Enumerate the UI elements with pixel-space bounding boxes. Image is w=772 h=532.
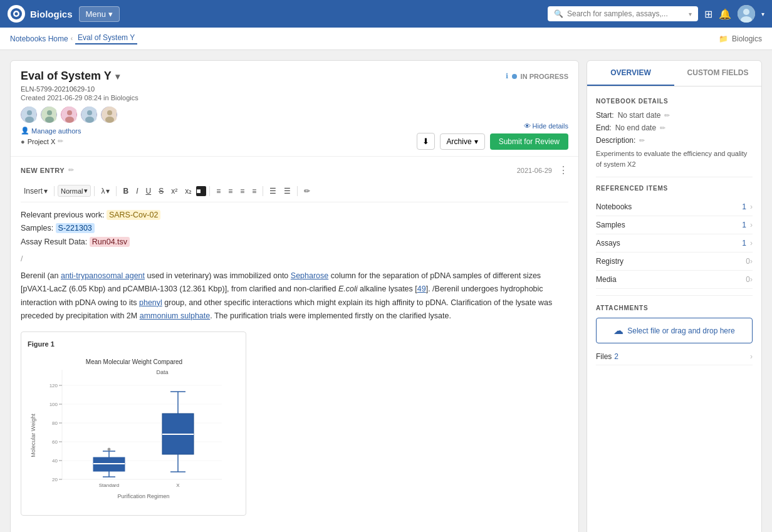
project-tag: ● Project X ✏: [21, 137, 117, 145]
notification-icon[interactable]: 🔔: [719, 8, 731, 20]
entry-more-icon[interactable]: ⋮: [558, 164, 568, 176]
right-tabs: OVERVIEW CUSTOM FIELDS: [587, 61, 761, 86]
underline-button[interactable]: U: [142, 185, 154, 197]
title-dropdown-icon[interactable]: ▾: [115, 71, 120, 81]
breadcrumb-home-link[interactable]: Notebooks Home: [10, 34, 68, 43]
tab-overview[interactable]: OVERVIEW: [587, 61, 674, 86]
ref-row-samples[interactable]: Samples 1 ›: [596, 216, 753, 234]
ref-row-registry[interactable]: Registry 0 ›: [596, 253, 753, 271]
svg-point-16: [87, 110, 92, 115]
archive-button[interactable]: Archive ▾: [440, 133, 485, 150]
search-bar[interactable]: 🔍 ▾: [548, 6, 698, 21]
slash-marker: /: [21, 253, 568, 266]
samples-line: Samples: S-221303: [21, 222, 568, 235]
breadcrumb: Notebooks Home ‹ Eval of System Y 📁 Biol…: [0, 28, 772, 50]
svg-point-8: [25, 117, 34, 123]
app-name: Biologics: [30, 9, 73, 19]
eln-id: ELN-5799-20210629-10: [21, 85, 568, 93]
unordered-list-button[interactable]: ☰: [281, 185, 294, 197]
ref-row-media[interactable]: Media 0 ›: [596, 271, 753, 289]
grid-icon[interactable]: ⊞: [704, 8, 712, 20]
svg-point-19: [107, 110, 112, 115]
insert-chevron-icon: ▾: [44, 187, 48, 196]
tab-custom-fields[interactable]: CUSTOM FIELDS: [674, 61, 761, 86]
svg-text:Purification Regimen: Purification Regimen: [117, 493, 169, 499]
bold-button[interactable]: B: [120, 185, 132, 197]
relevant-work-line: Relevant previous work: SARS-Cov-02: [21, 209, 568, 222]
submit-review-button[interactable]: Submit for Review: [490, 133, 568, 150]
user-avatar[interactable]: [738, 5, 755, 23]
search-input[interactable]: [567, 9, 685, 18]
divider-1: [596, 177, 753, 177]
status-badge: ℹ IN PROGRESS: [506, 72, 568, 80]
entry-edit-icon[interactable]: ✏: [68, 166, 74, 174]
format-toolbar: Insert ▾ Normal ▾ λ ▾ B I U S x²: [21, 181, 568, 202]
color-button[interactable]: ■: [196, 186, 206, 196]
logo: Biologics: [8, 5, 73, 23]
referenced-items-section: REFERENCED ITEMS Notebooks 1 › Samples 1…: [596, 185, 753, 289]
description-text: Experiments to evaluate the efficiency a…: [596, 149, 753, 169]
align-left-button[interactable]: ≡: [213, 185, 224, 197]
upload-area[interactable]: ☁ Select file or drag and drop here: [596, 318, 753, 343]
author-avatar-1: [21, 107, 37, 123]
samples-tag: S-221303: [56, 223, 95, 233]
svg-text:Molecular Weight: Molecular Weight: [30, 414, 36, 457]
strikethrough-button[interactable]: S: [155, 185, 167, 197]
notebook-left-info: 👤 Manage authors ● Project X ✏: [21, 107, 117, 145]
end-edit-icon[interactable]: ✏: [660, 124, 665, 132]
highlight-button[interactable]: ✏: [301, 185, 313, 197]
ref-49-link[interactable]: 49: [417, 284, 426, 293]
download-button[interactable]: ⬇: [417, 133, 435, 150]
start-edit-icon[interactable]: ✏: [664, 112, 670, 120]
phenyl-link[interactable]: phenyl: [139, 298, 162, 307]
info-icon: ℹ: [506, 72, 508, 80]
eye-icon: 👁: [524, 122, 531, 130]
subscript-button[interactable]: x₂: [182, 185, 195, 197]
nav-icons: ⊞ 🔔 ▾: [704, 5, 764, 23]
files-row[interactable]: Files 2 ›: [596, 348, 753, 365]
ordered-list-button[interactable]: ☰: [266, 185, 279, 197]
ref-row-notebooks[interactable]: Notebooks 1 ›: [596, 198, 753, 216]
anti-trypanosomal-link[interactable]: anti-trypanosomal agent: [61, 271, 145, 280]
author-avatar-4: [81, 107, 97, 123]
align-center-button[interactable]: ≡: [225, 185, 236, 197]
description-edit-icon[interactable]: ✏: [639, 137, 645, 145]
hide-details-link[interactable]: 👁 Hide details: [524, 122, 568, 130]
assay-line: Assay Result Data: Run04.tsv: [21, 236, 568, 249]
relevant-work-tag: SARS-Cov-02: [107, 210, 161, 220]
superscript-button[interactable]: x²: [168, 185, 180, 197]
svg-text:100: 100: [50, 402, 58, 407]
align-right-button[interactable]: ≡: [237, 185, 248, 197]
svg-point-10: [47, 110, 52, 115]
svg-text:X: X: [176, 482, 180, 488]
breadcrumb-separator: ‹: [71, 35, 73, 42]
sepharose-link[interactable]: Sepharose: [291, 271, 328, 280]
search-dropdown-icon: ▾: [689, 11, 692, 18]
ammonium-sulphate-link[interactable]: ammonium sulphate: [140, 311, 211, 320]
ref-row-assays[interactable]: Assays 1 ›: [596, 234, 753, 253]
svg-text:Data: Data: [156, 369, 168, 375]
manage-authors-link[interactable]: 👤 Manage authors: [21, 127, 117, 135]
description-row: Description: ✏: [596, 136, 753, 145]
lambda-button[interactable]: λ ▾: [98, 185, 113, 197]
breadcrumb-brand: 📁 Biologics: [719, 34, 762, 43]
insert-button[interactable]: Insert ▾: [21, 185, 51, 197]
svg-point-13: [67, 110, 72, 115]
svg-rect-21: [28, 354, 241, 504]
toolbar-separator-2: [94, 186, 95, 196]
search-icon: 🔍: [554, 9, 563, 18]
svg-text:20: 20: [52, 477, 58, 482]
notebook-title: Eval of System Y ▾: [21, 70, 120, 83]
align-justify-button[interactable]: ≡: [249, 185, 259, 197]
menu-button[interactable]: Menu ▾: [79, 6, 120, 22]
project-edit-icon[interactable]: ✏: [58, 137, 63, 145]
relevant-work-label: Relevant previous work:: [21, 211, 107, 219]
notebook-details-heading: NOTEBOOK DETAILS: [596, 98, 753, 105]
style-select[interactable]: Normal ▾: [58, 185, 91, 197]
divider-2: [596, 295, 753, 296]
italic-button[interactable]: I: [133, 185, 141, 197]
toolbar-separator-5: [263, 186, 263, 196]
logo-icon: [8, 5, 25, 23]
toolbar-separator-4: [209, 186, 210, 196]
svg-text:120: 120: [50, 383, 58, 389]
